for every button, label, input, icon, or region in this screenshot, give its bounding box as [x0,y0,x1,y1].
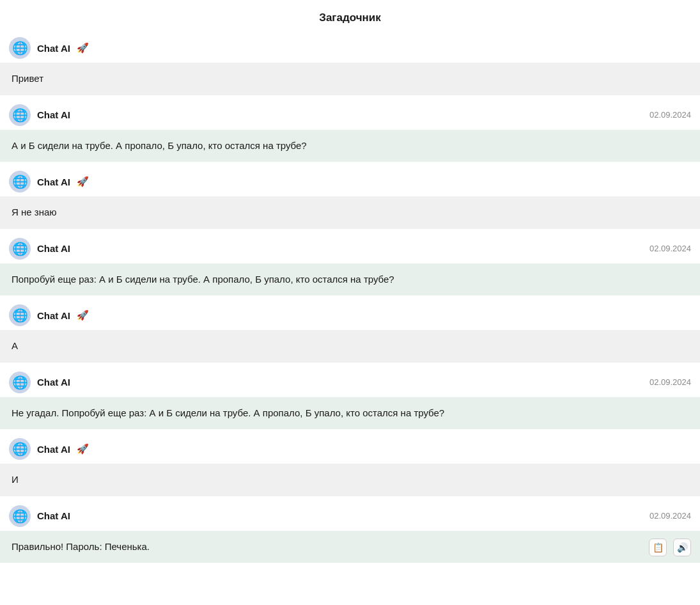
message-bubble: Не угадал. Попробуй еще раз: А и Б сидел… [0,397,700,430]
avatar: 🌐 [9,505,31,527]
message-bubble: Я не знаю [0,196,700,229]
timestamp: 02.09.2024 [649,511,691,521]
message-block: 🌐Chat AI🚀Привет [0,31,700,95]
sender-row: 🌐Chat AI🚀 [0,298,700,330]
sender-name: Chat AI [37,177,70,187]
message-bubble: Правильно! Пароль: Печенька.📋🔊 [0,531,700,563]
avatar: 🌐 [9,372,31,393]
message-block: 🌐Chat AI02.09.2024А и Б сидели на трубе.… [0,98,700,162]
sender-name: Chat AI [37,377,70,388]
page-title: Загадочник [0,0,700,31]
sender-name: Chat AI [37,43,70,54]
sender-emoji: 🚀 [77,176,89,187]
sender-row: 🌐Chat AI🚀 [0,31,700,63]
avatar: 🌐 [9,37,31,59]
message-block: 🌐Chat AI🚀И [0,432,700,496]
sender-row: 🌐Chat AI02.09.2024 [0,98,700,130]
message-bubble: И [0,464,700,496]
message-block: 🌐Chat AI🚀А [0,298,700,363]
sender-name: Chat AI [37,109,70,120]
sender-emoji: 🚀 [77,310,89,321]
sender-name: Chat AI [37,510,70,521]
timestamp: 02.09.2024 [649,110,691,120]
message-bubble: А и Б сидели на трубе. А пропало, Б упал… [0,130,700,162]
audio-button[interactable]: 🔊 [673,538,691,556]
sender-emoji: 🚀 [77,42,89,54]
message-bubble: Попробуй еще раз: А и Б сидели на трубе.… [0,263,700,296]
message-bubble: Привет [0,63,700,95]
sender-row: 🌐Chat AI02.09.2024 [0,365,700,397]
avatar: 🌐 [9,438,31,460]
message-bubble: А [0,330,700,363]
sender-emoji: 🚀 [77,443,89,455]
message-block: 🌐Chat AI🚀Я не знаю [0,164,700,229]
sender-row: 🌐Chat AI02.09.2024 [0,499,700,531]
chat-container: 🌐Chat AI🚀Привет🌐Chat AI02.09.2024А и Б с… [0,31,700,578]
message-block: 🌐Chat AI02.09.2024Не угадал. Попробуй ещ… [0,365,700,430]
timestamp: 02.09.2024 [649,377,691,387]
avatar: 🌐 [9,104,31,126]
sender-row: 🌐Chat AI🚀 [0,432,700,464]
message-block: 🌐Chat AI02.09.2024Правильно! Пароль: Печ… [0,499,700,563]
timestamp: 02.09.2024 [649,244,691,253]
sender-name: Chat AI [37,444,70,455]
sender-name: Chat AI [37,310,70,321]
avatar: 🌐 [9,304,31,326]
avatar: 🌐 [9,238,31,260]
copy-button[interactable]: 📋 [649,538,667,556]
avatar: 🌐 [9,171,31,192]
message-block: 🌐Chat AI02.09.2024Попробуй еще раз: А и … [0,232,700,296]
sender-name: Chat AI [37,243,70,254]
sender-row: 🌐Chat AI🚀 [0,164,700,196]
sender-row: 🌐Chat AI02.09.2024 [0,232,700,263]
